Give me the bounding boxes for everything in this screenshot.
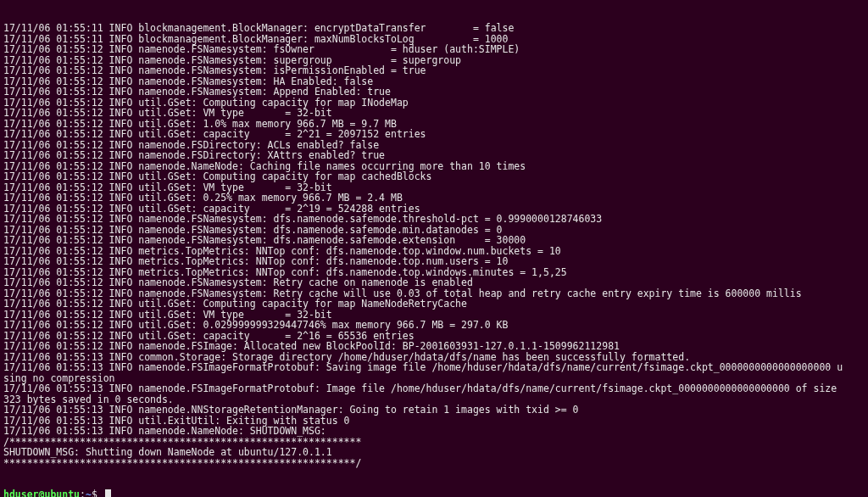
log-lines: 17/11/06 01:55:11 INFO blockmanagement.B… (3, 23, 865, 468)
prompt-colon: : (80, 489, 86, 497)
log-line: 17/11/06 01:55:12 INFO util.GSet: Comput… (3, 171, 865, 182)
log-line: 17/11/06 01:55:12 INFO metrics.TopMetric… (3, 256, 865, 267)
log-line: 17/11/06 01:55:12 INFO namenode.FSNamesy… (3, 44, 865, 55)
prompt-line[interactable]: hduser@ubuntu:~$ (3, 489, 865, 497)
log-line: 17/11/06 01:55:12 INFO util.GSet: capaci… (3, 129, 865, 140)
log-line: 17/11/06 01:55:12 INFO namenode.FSImage:… (3, 341, 865, 352)
log-line: 17/11/06 01:55:12 INFO namenode.FSNamesy… (3, 214, 865, 225)
log-line: 17/11/06 01:55:12 INFO namenode.FSNamesy… (3, 65, 865, 76)
cursor-icon (105, 489, 111, 497)
log-line: 17/11/06 01:55:12 INFO namenode.FSDirect… (3, 150, 865, 161)
terminal-output[interactable]: 17/11/06 01:55:11 INFO blockmanagement.B… (0, 0, 868, 497)
log-line: 17/11/06 01:55:12 INFO util.GSet: Comput… (3, 299, 865, 310)
log-line: 17/11/06 01:55:12 INFO namenode.FSNamesy… (3, 277, 865, 288)
log-line: 17/11/06 01:55:13 INFO namenode.FSImageF… (3, 383, 865, 394)
log-line: 17/11/06 01:55:11 INFO blockmanagement.B… (3, 23, 865, 34)
log-line: ****************************************… (3, 458, 865, 469)
log-line: 17/11/06 01:55:12 INFO util.GSet: VM typ… (3, 108, 865, 119)
log-line: 17/11/06 01:55:12 INFO util.GSet: 0.0299… (3, 320, 865, 331)
log-line: 17/11/06 01:55:13 INFO namenode.NameNode… (3, 426, 865, 437)
log-line: 17/11/06 01:55:13 INFO namenode.NNStorag… (3, 405, 865, 416)
prompt-dollar: $ (92, 489, 103, 497)
log-line: 17/11/06 01:55:12 INFO util.GSet: 0.25% … (3, 193, 865, 204)
log-line: SHUTDOWN_MSG: Shutting down NameNode at … (3, 447, 865, 458)
log-line: 17/11/06 01:55:12 INFO namenode.FSNamesy… (3, 87, 865, 98)
prompt-user: hduser@ubuntu (3, 489, 80, 497)
prompt-path: ~ (86, 489, 92, 497)
log-line: 17/11/06 01:55:13 INFO namenode.FSImageF… (3, 362, 865, 373)
log-line: 17/11/06 01:55:12 INFO namenode.FSNamesy… (3, 235, 865, 246)
